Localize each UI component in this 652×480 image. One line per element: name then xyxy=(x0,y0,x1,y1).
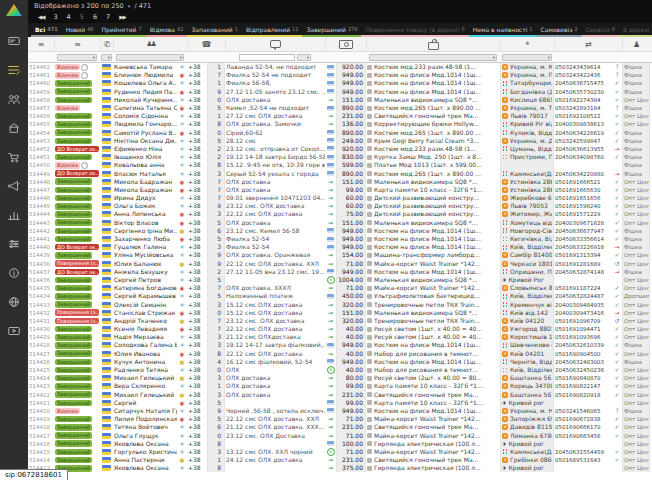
stats-icon[interactable] xyxy=(3,204,25,225)
table-row[interactable]: 514452ДО Возврат ок..Єфименко Ніна✳+3822… xyxy=(28,145,652,153)
table-row[interactable]: 514422ЗавершенийМихаил Гилецький●+383ОЛХ… xyxy=(28,391,652,399)
dashboard-icon[interactable] xyxy=(3,30,25,51)
tab-Запакований[interactable]: Запакований1 xyxy=(187,23,242,37)
table-row[interactable]: 514449ДО Возврат ок..Власюк Наталья✳+383… xyxy=(28,169,652,177)
table-row[interactable]: 514453ЗавершенийНікітіна Оксана Дм...✳+3… xyxy=(28,137,652,145)
orders-icon[interactable] xyxy=(3,59,25,80)
table-row[interactable]: 514421ЗавершенийСергей◉+38599.00Карта па… xyxy=(28,399,652,407)
location-column-icon[interactable]: ⌖ xyxy=(500,37,554,51)
table-row[interactable]: 514416ЗавершенийЯковлева Оксана✳+388100.… xyxy=(28,440,652,448)
table-row[interactable]: 514442ЗавершенийСергіенко Іріна Ми...●+3… xyxy=(28,227,652,235)
money-column-icon[interactable] xyxy=(325,37,366,51)
table-row[interactable]: 514428ЗавершенийСолодкова Галина В...✳+3… xyxy=(28,341,652,349)
table-row[interactable]: 514446ЗавершенийИрина Дидух✳+38709.01 зв… xyxy=(28,194,652,202)
comment-filter-input[interactable] xyxy=(239,54,295,61)
table-row[interactable]: 514430ЗавершенийКсенія Левадняя◉+38722.1… xyxy=(28,325,652,333)
table-row[interactable]: 514433ЗавершенийОлексій Семанін✳+38315.1… xyxy=(28,300,652,308)
table-row[interactable]: 514431Повернення (з...Андрій Ткаченко●+3… xyxy=(28,317,652,325)
cart-icon[interactable] xyxy=(3,146,25,167)
pager-page-5[interactable]: 5 xyxy=(80,12,84,23)
pager-page-3[interactable]: 3 xyxy=(53,12,57,23)
tab-Нема в наявності[interactable]: Нема в наявності1 xyxy=(469,23,537,37)
table-row[interactable]: 514445ЗавершенийОльга Божик✳+38923.12 см… xyxy=(28,202,652,210)
table-row[interactable]: 514439ЗавершенийУляна Мусійовська✳+389ОЛ… xyxy=(28,251,652,259)
tab-В дорозі додому[interactable]: В дорозі додому0 xyxy=(619,23,652,37)
sort-icon[interactable]: ≡ xyxy=(28,37,54,51)
table-row[interactable]: 514420ВідмоваСитарчук Наталія Гр...✳+389… xyxy=(28,407,652,415)
table-row[interactable]: 514460ЗавершенийКошелева Ольга А...✳+381… xyxy=(28,79,652,87)
table-row[interactable]: 514423ЗавершенийВера Скляренко✳+381ОЛХ д… xyxy=(28,382,652,390)
clients-icon[interactable] xyxy=(3,88,25,109)
table-row[interactable]: 514443ЗавершенийВіктор Власов◉+385ОЛХ до… xyxy=(28,219,652,227)
manager-column-icon[interactable]: ♟ xyxy=(622,37,650,51)
table-row[interactable]: 514455ЗавершенийЛюдмила Гончаро...✳+388О… xyxy=(28,120,652,128)
table-row[interactable]: 514454ЗавершенийСамотій Руслана В...◉+38… xyxy=(28,129,652,137)
pager-page-6[interactable]: 6 xyxy=(93,12,97,23)
table-row[interactable]: 514436ЗавершенийСергей Петров✳+385S1004.… xyxy=(28,276,652,284)
table-row[interactable]: 514448ЗавершенийМикола Бадражан◉+387ОЛХ … xyxy=(28,178,652,186)
table-row[interactable]: 514418ЗавершенийТетяна Войтович✳+38621.1… xyxy=(28,423,652,431)
pager-page-7[interactable]: 7 xyxy=(106,12,110,23)
tab-Новий[interactable]: Новий48 xyxy=(62,23,98,37)
shop-icon[interactable] xyxy=(3,117,25,138)
tab-Повернення товару (в дорозі)[interactable]: Повернення товару (в дорозі)0 xyxy=(361,23,468,37)
table-row[interactable]: 514451ЗавершенийІващенко Юлія✳+38219.12 … xyxy=(28,153,652,161)
table-row[interactable]: 514413ЗавершенийЯковлева Оксана✳+388→375… xyxy=(28,464,652,472)
pager-page-4[interactable]: 4 xyxy=(67,12,71,23)
flag-filter-select[interactable] xyxy=(101,54,112,61)
table-row[interactable]: 514441ЗавершенийЗахарченко Люба◉+385Фиал… xyxy=(28,235,652,243)
sort-icon[interactable]: ≡ xyxy=(54,37,100,51)
table-row[interactable]: 514456ЗавершенийСоломія Сідоніна✳+38127.… xyxy=(28,112,652,120)
video-icon[interactable] xyxy=(3,320,25,341)
table-row[interactable]: 514462ВідмоваiКаневська Тамара✳+381Лаван… xyxy=(28,63,652,71)
comment-filter-select[interactable] xyxy=(297,54,311,61)
info-icon[interactable] xyxy=(3,262,25,283)
status-filter-select[interactable] xyxy=(57,54,97,61)
table-row[interactable]: 514426ЗавершенийКучук Антонина●+38416.12… xyxy=(28,358,652,366)
clients-column-icon[interactable]: ♟♟ xyxy=(113,37,187,51)
product-column-icon[interactable] xyxy=(366,37,500,51)
table-row[interactable]: 514438Повернення (з...Юлия Баланюк●+3892… xyxy=(28,260,652,268)
table-row[interactable]: 514444ЗавершенийАнна Липенська◉+38322.12… xyxy=(28,210,652,218)
table-row[interactable]: 514450ВідмоваiКовальова анна✳+38815.12. … xyxy=(28,161,652,169)
phone-column-icon[interactable]: ☎ xyxy=(187,37,225,51)
table-row[interactable]: 514459ЗавершенийРуденко Лидия Па...◉+389… xyxy=(28,88,652,96)
table-row[interactable]: 514424ЗавершенийМихаил Гилецький●+383ОЛХ… xyxy=(28,374,652,382)
table-row[interactable]: 514434ЗавершенийСергей Карамышев✳+385Нал… xyxy=(28,292,652,300)
megaphone-icon[interactable] xyxy=(3,175,25,196)
pager-last-icon[interactable]: ▶▶ xyxy=(119,12,125,23)
table-row[interactable]: 514447ЗавершенийМикола Бадражан◉+387ОЛХ … xyxy=(28,186,652,194)
pager-first-icon[interactable]: ◀◀ xyxy=(38,12,44,23)
sliders-icon[interactable] xyxy=(3,233,25,254)
table-row[interactable]: 514440ДО Возврат ок..Гуцалюк Галина✳+383… xyxy=(28,243,652,251)
tab-Відмова[interactable]: Відмова42 xyxy=(146,23,188,37)
table-row[interactable]: 514457ВідмоваСалегина Татьяна С...◉+385К… xyxy=(28,104,652,112)
table-row[interactable]: 514414ЗавершенийАнна Пастернак●+38124.12… xyxy=(28,456,652,464)
tab-Відправлений[interactable]: Відправлений12 xyxy=(242,23,303,37)
client-filter-select[interactable] xyxy=(116,54,184,61)
tab-Прийнятий[interactable]: Прийнятий7 xyxy=(98,23,146,37)
table-row[interactable]: 514458ЗавершенийНиколай Кучеренк...✳+380… xyxy=(28,96,652,104)
table-row[interactable]: 514432Повернення (з...Станіслав Стрижак◉… xyxy=(28,309,652,317)
product-filter-select[interactable] xyxy=(369,54,497,61)
page-size-caret-icon[interactable]: ▾ xyxy=(128,3,131,9)
table-row[interactable]: 514417ЗавершенийОльга Глущук✳+38023.12 с… xyxy=(28,431,652,439)
table-row[interactable]: 514461ВідмоваiБлизнюк Людмила◉+387Фиалка… xyxy=(28,71,652,79)
delivery-column-icon[interactable]: ⇄ xyxy=(554,37,622,51)
globe-icon[interactable] xyxy=(3,291,25,312)
comment-column-icon[interactable] xyxy=(225,37,325,51)
table-row[interactable]: 514435ЗавершенийКатерина Богданова◉+387О… xyxy=(28,284,652,292)
tab-Самовивіз[interactable]: Самовивіз2 xyxy=(537,23,582,37)
table-row[interactable]: 514437ДО Возврат ок..Анжела Безушку✳+382… xyxy=(28,268,652,276)
table-row[interactable]: 514415ЗавершенийГоргулько Христина...✳+3… xyxy=(28,448,652,456)
ukraine-flag-icon xyxy=(102,195,111,201)
table-row[interactable]: 514425ЗавершенийРадченко Тетяна✳+380ОЛХS… xyxy=(28,366,652,374)
tab-Всі[interactable]: Всі471 xyxy=(31,23,62,37)
tab-Завершений[interactable]: Завершений278 xyxy=(302,23,361,37)
table-row[interactable]: 514419ЗавершенийЛилия Подолинская◉+38522… xyxy=(28,415,652,423)
table-row[interactable]: 514429ЗавершенийНадія Мерзаєва✳+38321.12… xyxy=(28,333,652,341)
table-row[interactable]: 514427ЗавершенийЮлия Иванова◉+38822.12 с… xyxy=(28,350,652,358)
tab-Сервіси[interactable]: Сервіси0 xyxy=(582,23,619,37)
call-icon[interactable]: ✆ xyxy=(100,37,113,51)
city-filter-select[interactable] xyxy=(502,54,552,61)
